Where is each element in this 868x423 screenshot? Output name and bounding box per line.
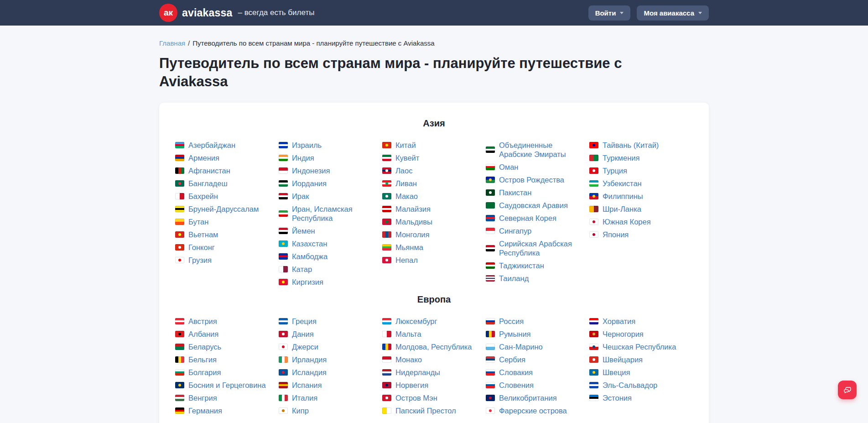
country-link[interactable]: Словакия bbox=[486, 368, 577, 377]
country-link[interactable]: Сирийская Арабская Республика bbox=[486, 239, 577, 257]
country-link[interactable]: Непал bbox=[382, 256, 474, 265]
country-link[interactable]: Иордания bbox=[279, 179, 370, 188]
country-link[interactable]: Таиланд bbox=[486, 274, 577, 283]
country-link[interactable]: Кипр bbox=[279, 406, 370, 415]
country-link[interactable]: Туркмения bbox=[589, 153, 681, 162]
country-link[interactable]: Объединенные Арабские Эмираты bbox=[486, 141, 577, 159]
country-link[interactable]: Италия bbox=[279, 393, 370, 402]
country-link[interactable]: Индия bbox=[279, 153, 370, 162]
country-link[interactable]: Джерси bbox=[279, 342, 370, 351]
country-link[interactable]: Эстония bbox=[589, 393, 681, 402]
country-link[interactable]: Россия bbox=[486, 317, 577, 326]
country-link[interactable]: Азербайджан bbox=[175, 141, 267, 150]
country-link[interactable]: Бруней-Даруссалам bbox=[175, 204, 267, 214]
country-link[interactable]: Исландия bbox=[279, 368, 370, 377]
country-link[interactable]: Фарерские острова bbox=[486, 406, 577, 415]
flag-emblem bbox=[593, 345, 595, 348]
country-link[interactable]: Индонезия bbox=[279, 166, 370, 175]
country-link[interactable]: Оман bbox=[486, 162, 577, 172]
country-link[interactable]: Япония bbox=[589, 230, 681, 239]
country-link[interactable]: Сербия bbox=[486, 355, 577, 364]
country-link[interactable]: Катар bbox=[279, 265, 370, 274]
country-link[interactable]: Тайвань (Китай) bbox=[589, 141, 681, 150]
country-link[interactable]: Германия bbox=[175, 406, 267, 415]
country-item: Черногория bbox=[589, 329, 681, 339]
country-link[interactable]: Таджикистан bbox=[486, 261, 577, 270]
country-link[interactable]: Остров Мэн bbox=[382, 393, 474, 402]
country-link[interactable]: Мальта bbox=[382, 329, 474, 339]
country-item: Индонезия bbox=[279, 166, 370, 175]
country-link[interactable]: Шри-Ланка bbox=[589, 204, 681, 214]
country-link[interactable]: Гонконг bbox=[175, 243, 267, 252]
country-link[interactable]: Дания bbox=[279, 329, 370, 339]
country-link[interactable]: Сингапур bbox=[486, 226, 577, 235]
country-link[interactable]: Болгария bbox=[175, 368, 267, 377]
country-link[interactable]: Словения bbox=[486, 381, 577, 390]
country-link[interactable]: Греция bbox=[279, 317, 370, 326]
country-link[interactable]: Киргизия bbox=[279, 277, 370, 287]
country-link[interactable]: Грузия bbox=[175, 256, 267, 265]
country-link[interactable]: Саудовская Аравия bbox=[486, 201, 577, 210]
country-link[interactable]: Ливан bbox=[382, 179, 474, 188]
login-button[interactable]: Войти bbox=[588, 5, 631, 21]
logo[interactable]: ак aviakassa – всегда есть билеты bbox=[159, 4, 314, 22]
country-link[interactable]: Вьетнам bbox=[175, 230, 267, 239]
breadcrumb-home-link[interactable]: Главная bbox=[159, 39, 185, 47]
country-link[interactable]: Швеция bbox=[589, 368, 681, 377]
country-link[interactable]: Папский Престол bbox=[382, 406, 474, 415]
country-link[interactable]: Филиппины bbox=[589, 192, 681, 201]
country-name: Макао bbox=[395, 192, 418, 201]
country-link[interactable]: Израиль bbox=[279, 141, 370, 150]
country-link[interactable]: Кувейт bbox=[382, 153, 474, 162]
country-link[interactable]: Мьянма bbox=[382, 243, 474, 252]
country-link[interactable]: Босния и Герцеговина bbox=[175, 381, 267, 390]
country-link[interactable]: Монголия bbox=[382, 230, 474, 239]
country-link[interactable]: Макао bbox=[382, 192, 474, 201]
my-aviakassa-button[interactable]: Моя авиакасса bbox=[637, 5, 709, 21]
country-link[interactable]: Малайзия bbox=[382, 204, 474, 214]
country-link[interactable]: Китай bbox=[382, 141, 474, 150]
country-link[interactable]: Казахстан bbox=[279, 239, 370, 248]
country-link[interactable]: Венгрия bbox=[175, 393, 267, 402]
country-link[interactable]: Монако bbox=[382, 355, 474, 364]
country-link[interactable]: Иран, Исламская Республика bbox=[279, 204, 370, 223]
country-link[interactable]: Бельгия bbox=[175, 355, 267, 364]
country-link[interactable]: Румыния bbox=[486, 329, 577, 339]
country-link[interactable]: Турция bbox=[589, 166, 681, 175]
country-link[interactable]: Беларусь bbox=[175, 342, 267, 351]
country-link[interactable]: Черногория bbox=[589, 329, 681, 339]
country-name: Швеция bbox=[603, 368, 630, 377]
country-link[interactable]: Ирак bbox=[279, 192, 370, 201]
chat-button[interactable] bbox=[838, 381, 857, 399]
country-link[interactable]: Мальдивы bbox=[382, 217, 474, 226]
country-link[interactable]: Узбекистан bbox=[589, 179, 681, 188]
country-link[interactable]: Хорватия bbox=[589, 317, 681, 326]
country-link[interactable]: Австрия bbox=[175, 317, 267, 326]
country-link[interactable]: Испания bbox=[279, 381, 370, 390]
country-link[interactable]: Камбоджа bbox=[279, 252, 370, 261]
country-link[interactable]: Сан-Марино bbox=[486, 342, 577, 351]
country-link[interactable]: Бутан bbox=[175, 217, 267, 226]
country-link[interactable]: Нидерланды bbox=[382, 368, 474, 377]
country-link[interactable]: Лаос bbox=[382, 166, 474, 175]
country-link[interactable]: Йемен bbox=[279, 226, 370, 235]
country-link[interactable]: Ирландия bbox=[279, 355, 370, 364]
country-link[interactable]: Пакистан bbox=[486, 188, 577, 197]
country-link[interactable]: Люксембург bbox=[382, 317, 474, 326]
country-link[interactable]: Южная Корея bbox=[589, 217, 681, 226]
country-link[interactable]: Молдова, Республика bbox=[382, 342, 474, 351]
country-link[interactable]: Великобритания bbox=[486, 393, 577, 402]
country-link[interactable]: Северная Корея bbox=[486, 214, 577, 223]
country-link[interactable]: Чешская Республика bbox=[589, 342, 681, 351]
flag-icon bbox=[382, 344, 391, 350]
country-link[interactable]: Афганистан bbox=[175, 166, 267, 175]
country-link[interactable]: Остров Рождества bbox=[486, 175, 577, 184]
country-link[interactable]: Бахрейн bbox=[175, 192, 267, 201]
country-link[interactable]: Норвегия bbox=[382, 381, 474, 390]
country-link[interactable]: Бангладеш bbox=[175, 179, 267, 188]
country-link[interactable]: Армения bbox=[175, 153, 267, 162]
country-link[interactable]: Албания bbox=[175, 329, 267, 339]
country-link[interactable]: Эль-Сальвадор bbox=[589, 381, 681, 390]
country-link[interactable]: Швейцария bbox=[589, 355, 681, 364]
country-item: Оман bbox=[486, 162, 577, 172]
